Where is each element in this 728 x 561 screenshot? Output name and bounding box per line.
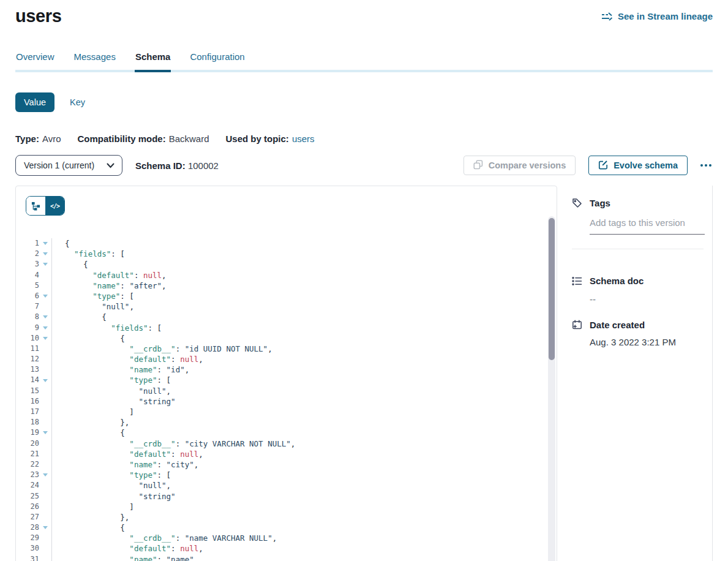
fold-toggle-icon[interactable] xyxy=(43,326,48,329)
code-text: "default": null, xyxy=(52,354,203,364)
fold-toggle-icon[interactable] xyxy=(43,473,48,476)
line-number: 30 xyxy=(16,543,39,554)
tab-messages[interactable]: Messages xyxy=(73,49,116,70)
version-select[interactable]: Version 1 (current) xyxy=(15,155,122,176)
line-number: 19 xyxy=(16,427,39,438)
chevron-down-icon xyxy=(107,160,114,170)
line-number: 8 xyxy=(16,312,39,322)
line-number: 23 xyxy=(16,470,39,480)
evolve-schema-button[interactable]: Evolve schema xyxy=(588,156,688,175)
add-tags-input[interactable] xyxy=(590,217,705,235)
code-text: "null", xyxy=(52,386,171,396)
line-number: 16 xyxy=(16,396,39,407)
schema-meta-row: Type:Avro Compatibility mode:Backward Us… xyxy=(15,134,713,144)
code-text: { xyxy=(52,427,125,438)
more-options-button[interactable] xyxy=(699,160,713,170)
code-text: "fields": [ xyxy=(52,249,125,259)
tab-bar: Overview Messages Schema Configuration xyxy=(15,49,713,72)
edit-icon xyxy=(598,160,608,171)
code-text: "default": null, xyxy=(52,270,167,280)
code-text: { xyxy=(52,333,125,344)
fold-toggle-icon[interactable] xyxy=(43,337,48,340)
used-by-topic-link[interactable]: users xyxy=(292,134,315,144)
schema-doc-value: -- xyxy=(590,294,712,304)
code-line: 26 ] xyxy=(16,502,557,512)
fold-toggle-icon[interactable] xyxy=(43,295,48,298)
code-line: 9 "fields": [ xyxy=(16,323,557,333)
details-sidebar: Tags Schema doc -- xyxy=(572,186,713,561)
code-text: "null", xyxy=(52,480,171,491)
code-text: "null", xyxy=(52,301,134,312)
code-icon: </> xyxy=(50,203,59,209)
schema-id: Schema ID: 100002 xyxy=(135,160,219,171)
line-number: 11 xyxy=(16,344,39,354)
code-line: 15 "null", xyxy=(16,386,557,396)
code-line: 21 "default": null, xyxy=(16,449,557,459)
fold-toggle-icon[interactable] xyxy=(43,526,48,529)
code-line: 4 "default": null, xyxy=(16,270,557,280)
editor-scrollbar-track[interactable] xyxy=(548,216,555,561)
fold-toggle-icon[interactable] xyxy=(43,263,48,266)
code-line: 19 { xyxy=(16,427,557,438)
fold-toggle-icon[interactable] xyxy=(43,252,48,255)
code-line: 27 }, xyxy=(16,512,557,522)
line-number: 1 xyxy=(16,238,39,249)
code-line: 14 "type": [ xyxy=(16,375,557,385)
fold-toggle-icon[interactable] xyxy=(43,431,48,434)
fold-toggle-icon[interactable] xyxy=(43,242,48,245)
code-line: 20 "__crdb__": "city VARCHAR NOT NULL", xyxy=(16,439,557,449)
code-line: 31 "name": "name", xyxy=(16,554,557,561)
code-line: 23 "type": [ xyxy=(16,470,557,480)
schema-type: Type:Avro xyxy=(15,134,61,144)
tab-schema[interactable]: Schema xyxy=(135,49,171,72)
code-text: "type": [ xyxy=(52,375,171,385)
key-toggle-button[interactable]: Key xyxy=(70,97,85,107)
value-toggle-button[interactable]: Value xyxy=(15,92,54,112)
code-text: "name": "id", xyxy=(52,364,189,375)
fold-toggle-icon[interactable] xyxy=(43,379,48,382)
code-text: "fields": [ xyxy=(52,323,162,333)
line-number: 24 xyxy=(16,480,39,491)
schema-doc-heading: Schema doc xyxy=(572,276,712,286)
line-number: 3 xyxy=(16,259,39,269)
line-number: 6 xyxy=(16,291,39,301)
fold-toggle-icon[interactable] xyxy=(43,315,48,318)
editor-scrollbar-thumb[interactable] xyxy=(549,218,555,360)
tab-overview[interactable]: Overview xyxy=(15,49,55,70)
line-number: 9 xyxy=(16,323,39,333)
code-line: 11 "__crdb__": "id UUID NOT NULL", xyxy=(16,344,557,354)
code-line: 25 "string" xyxy=(16,491,557,502)
code-line: 1{ xyxy=(16,238,557,249)
code-line: 3 { xyxy=(16,259,557,269)
tab-configuration[interactable]: Configuration xyxy=(189,49,245,70)
code-text: "type": [ xyxy=(52,291,134,301)
code-text: { xyxy=(52,522,125,533)
tree-view-button[interactable] xyxy=(26,197,45,215)
code-editor[interactable]: 1{2 "fields": [3 {4 "default": null,5 "n… xyxy=(16,238,557,561)
code-text: "default": null, xyxy=(52,543,203,554)
line-number: 4 xyxy=(16,270,39,280)
code-view-button[interactable]: </> xyxy=(45,197,64,215)
compare-versions-icon xyxy=(473,160,483,171)
line-number: 17 xyxy=(16,407,39,417)
page-header: users See in Stream lineage xyxy=(0,0,728,26)
line-number: 21 xyxy=(16,449,39,459)
line-number: 13 xyxy=(16,364,39,375)
stream-lineage-icon xyxy=(601,12,613,21)
line-number: 28 xyxy=(16,522,39,533)
code-text: "__crdb__": "name VARCHAR NULL", xyxy=(52,533,277,543)
line-number: 20 xyxy=(16,439,39,449)
code-text: "string" xyxy=(52,491,176,502)
line-number: 14 xyxy=(16,375,39,385)
code-text: "default": null, xyxy=(52,449,203,459)
code-text: "__crdb__": "city VARCHAR NOT NULL", xyxy=(52,439,295,449)
used-by-topic: Used by topic:users xyxy=(226,134,315,144)
code-line: 24 "null", xyxy=(16,480,557,491)
main-content: </> 1{2 "fields": [3 {4 "default": null,… xyxy=(15,186,713,561)
code-line: 29 "__crdb__": "name VARCHAR NULL", xyxy=(16,533,557,543)
code-text: }, xyxy=(52,417,129,427)
stream-lineage-link[interactable]: See in Stream lineage xyxy=(601,11,713,21)
compare-versions-button[interactable]: Compare versions xyxy=(463,156,576,175)
code-line: 12 "default": null, xyxy=(16,354,557,364)
code-line: 8 { xyxy=(16,312,557,322)
